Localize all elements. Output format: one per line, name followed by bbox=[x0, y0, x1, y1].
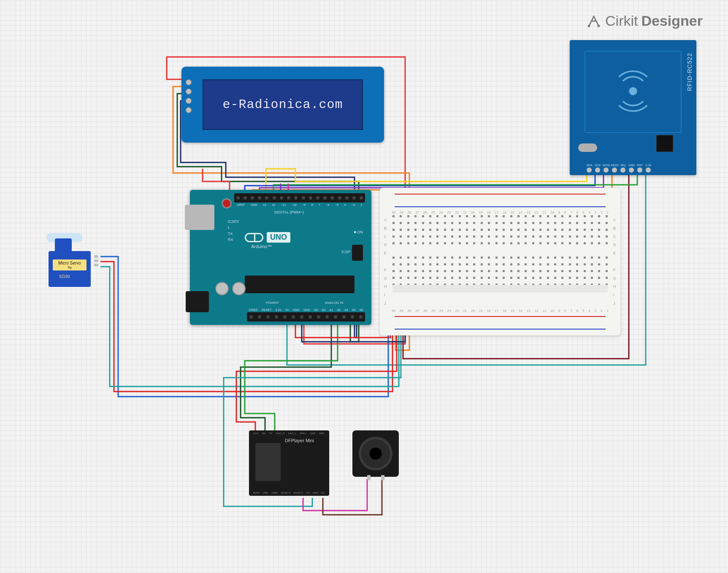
speaker-cone bbox=[359, 437, 392, 470]
dfplayer-module[interactable]: VCCRXTXDAC_RDAC_LSPK+GNDSPK- DFPlayer Mi… bbox=[249, 430, 329, 496]
bb-col-labels-top: 3029282726252423222120191817161514131211… bbox=[392, 211, 609, 214]
lcd-module[interactable]: e-Radionica.com bbox=[181, 67, 384, 143]
svg-point-0 bbox=[588, 24, 590, 27]
power-analog-labels: IOREFRESET3.3V5VGNDGNDVinA0A1A2A3A4A5 bbox=[247, 308, 365, 311]
wire-dfp-tx bbox=[245, 324, 338, 432]
rfid-antenna bbox=[585, 51, 682, 133]
arduino-brand: UNO bbox=[245, 232, 290, 243]
servo-motor[interactable]: Micro Servo 9g SG90 bbox=[40, 236, 99, 295]
lcd-i2c-pins bbox=[186, 79, 192, 113]
arduino-uno[interactable]: AREFGND1312~11~10~987~6~54~32 DIGITAL (P… bbox=[190, 190, 371, 325]
svg-point-2 bbox=[629, 87, 637, 95]
icsp-header bbox=[352, 245, 363, 261]
wire-dfp-rx bbox=[241, 324, 331, 432]
dfplayer-name-label: DFPlayer Mini bbox=[285, 438, 314, 443]
barrel-jack bbox=[186, 291, 209, 312]
sd-card-slot bbox=[255, 443, 281, 481]
servo-model-label: SG90 bbox=[59, 274, 70, 279]
digital-pin-labels: AREFGND1312~11~10~987~6~54~32 bbox=[234, 203, 365, 206]
logo-brand: Cirkit bbox=[605, 13, 638, 29]
wire-dfp-vcc bbox=[236, 329, 397, 432]
icsp-label: ICSP bbox=[341, 250, 350, 254]
speaker[interactable] bbox=[352, 430, 399, 477]
servo-connector bbox=[94, 255, 98, 266]
servo-sticker: Micro Servo 9g bbox=[53, 259, 87, 270]
arduino-led-labels: ICSP2 L TX RX bbox=[228, 219, 239, 243]
arduino-model-badge: UNO bbox=[267, 232, 290, 243]
breadboard-top-rail bbox=[386, 192, 614, 209]
lcd-display-text: e-Radionica.com bbox=[222, 97, 343, 112]
analog-section-label: ANALOG IN bbox=[325, 301, 344, 305]
lcd-screen: e-Radionica.com bbox=[203, 79, 363, 130]
bb-row-labels-left: ABCDEFGHIJ bbox=[384, 216, 387, 308]
digital-header bbox=[234, 193, 365, 203]
svg-point-1 bbox=[598, 24, 600, 27]
arduino-on-label: ■ ON bbox=[354, 230, 363, 234]
atmega-chip bbox=[245, 276, 355, 293]
rfid-ic-chip bbox=[656, 135, 673, 152]
arduino-infinity-icon bbox=[245, 233, 263, 242]
bb-col-labels-bottom: 3029282726252423222120191817161514131211… bbox=[392, 309, 609, 313]
breadboard[interactable]: 3029282726252423222120191817161514131211… bbox=[380, 188, 620, 335]
arduino-brand-text: Arduino™ bbox=[251, 244, 272, 249]
rfid-module[interactable]: RFID-RC522 SDASCKMOSIMISOIRQGNDRST3.3V bbox=[570, 40, 696, 175]
logo-product: Designer bbox=[641, 13, 703, 29]
wire-dfp-spkm bbox=[323, 479, 382, 515]
breadboard-bottom-rail bbox=[386, 314, 614, 331]
speaker-terminals bbox=[367, 475, 384, 480]
capacitors bbox=[215, 282, 246, 295]
logo-icon bbox=[586, 13, 602, 29]
rfid-model-label: RFID-RC522 bbox=[686, 53, 693, 91]
app-logo: Cirkit Designer bbox=[586, 13, 703, 29]
rfid-waves-icon bbox=[608, 66, 658, 118]
rfid-pin-labels: SDASCKMOSIMISOIRQGNDRST3.3V bbox=[586, 164, 652, 167]
breadboard-terminal-strips bbox=[392, 215, 608, 308]
power-analog-header bbox=[247, 312, 365, 322]
digital-section-label: DIGITAL (PWM~) bbox=[274, 210, 304, 214]
dfplayer-bottom-pins: BUSYUSB-USB+ADKEY2ADKEY1IO2GNDIO1 bbox=[253, 492, 325, 494]
rfid-header-pins bbox=[587, 168, 651, 173]
bb-row-labels-right: ABCDEFGHIJ bbox=[613, 216, 616, 308]
reset-button[interactable] bbox=[222, 198, 232, 208]
usb-port bbox=[185, 205, 214, 230]
power-section-label: POWER bbox=[266, 301, 279, 305]
wire-ard-5v bbox=[295, 323, 390, 338]
dfplayer-top-pins: VCCRXTXDAC_RDAC_LSPK+GNDSPK- bbox=[253, 432, 325, 435]
rfid-crystal bbox=[578, 143, 597, 152]
